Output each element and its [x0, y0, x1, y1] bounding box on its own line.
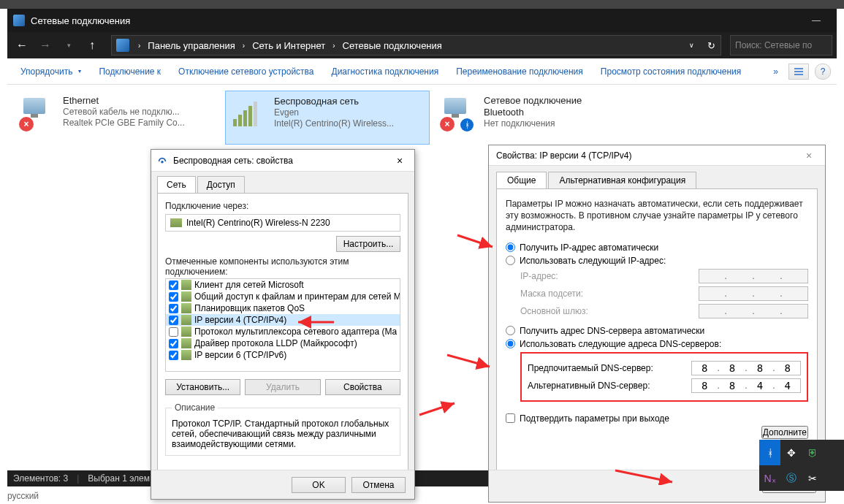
- dialog2-titlebar[interactable]: Свойства: IP версии 4 (TCP/IPv4) ×: [489, 145, 825, 166]
- diagnose-button[interactable]: Диагностика подключения: [324, 62, 446, 81]
- conn-name2: Bluetooth: [484, 107, 582, 118]
- language-indicator: русский: [7, 491, 39, 501]
- tray-icon[interactable]: ✂: [802, 465, 823, 491]
- component-item[interactable]: IP версии 6 (TCP/IPv6): [166, 349, 400, 361]
- search-input[interactable]: Поиск: Сетевые по: [730, 35, 832, 56]
- description-text: Протокол TCP/IP. Стандартный протокол гл…: [172, 419, 389, 449]
- connect-to-button[interactable]: Подключение к: [91, 62, 168, 81]
- component-checkbox[interactable]: [169, 280, 178, 290]
- component-item[interactable]: Клиент для сетей Microsoft: [166, 279, 400, 291]
- component-label: Общий доступ к файлам и принтерам для се…: [194, 291, 400, 302]
- alt-dns-field: Альтернативный DNS-сервер: 8. 8. 4. 4: [528, 378, 801, 393]
- view-status-button[interactable]: Просмотр состояния подключения: [593, 62, 748, 81]
- breadcrumb[interactable]: › Панель управления › Сеть и Интернет › …: [111, 35, 721, 56]
- tabs: Сеть Доступ: [151, 172, 414, 193]
- radio-auto-dns-input[interactable]: [506, 326, 515, 335]
- up-button[interactable]: ↑: [82, 35, 102, 56]
- tray-skype-icon[interactable]: Ⓢ: [780, 465, 802, 491]
- radio-auto-dns[interactable]: Получить адрес DNS-сервера автоматически: [506, 326, 808, 336]
- description-label: Описание: [172, 402, 218, 413]
- properties-button[interactable]: Свойства: [325, 379, 400, 395]
- status-selected: Выбран 1 элем: [88, 473, 150, 484]
- tab-access[interactable]: Доступ: [197, 176, 245, 193]
- component-label: IP версии 6 (TCP/IPv6): [194, 350, 286, 360]
- minimize-button[interactable]: —: [802, 9, 831, 32]
- radio-use-ip-input[interactable]: [506, 256, 515, 265]
- conn-name: Ethernet: [63, 95, 185, 106]
- disable-device-button[interactable]: Отключение сетевого устройства: [171, 62, 321, 81]
- subnet-mask-field: Маска подсети: ...: [520, 286, 808, 301]
- tab-alt[interactable]: Альтернативная конфигурация: [548, 172, 696, 188]
- adapter-icon: [170, 218, 182, 227]
- connection-wireless[interactable]: Беспроводная сеть Evgen Intel(R) Centrin…: [225, 91, 430, 145]
- connection-ethernet[interactable]: × Ethernet Сетевой кабель не подклю... R…: [15, 91, 219, 145]
- rename-button[interactable]: Переименование подключения: [449, 62, 590, 81]
- configure-button[interactable]: Настроить...: [336, 236, 400, 252]
- connection-bluetooth[interactable]: ×ᚼ Сетевое подключение Bluetooth Нет под…: [436, 91, 640, 145]
- conn-name: Сетевое подключение: [484, 95, 582, 106]
- confirm-on-exit-checkbox[interactable]: [506, 413, 515, 423]
- component-icon: [181, 338, 191, 348]
- tray-icon[interactable]: [823, 465, 844, 491]
- tray-app-icon[interactable]: ✥: [780, 440, 802, 465]
- radio-auto-ip[interactable]: Получить IP-адрес автоматически: [506, 243, 808, 253]
- component-icon: [181, 315, 191, 325]
- component-label: Клиент для сетей Microsoft: [194, 280, 304, 290]
- close-button[interactable]: ×: [800, 150, 818, 161]
- component-checkbox[interactable]: [169, 316, 178, 325]
- radio-use-ip[interactable]: Использовать следующий IP-адрес:: [506, 256, 808, 266]
- preferred-dns-input[interactable]: 8. 8. 8. 8: [691, 361, 801, 375]
- forward-button[interactable]: →: [35, 35, 56, 56]
- breadcrumb-leaf[interactable]: Сетевые подключения: [340, 40, 445, 51]
- components-list[interactable]: Клиент для сетей MicrosoftОбщий доступ к…: [165, 278, 400, 372]
- dialog-titlebar[interactable]: Беспроводная сеть: свойства ×: [151, 150, 414, 172]
- close-button[interactable]: ×: [391, 155, 408, 167]
- component-checkbox[interactable]: [169, 351, 178, 360]
- radio-use-dns[interactable]: Использовать следующие адреса DNS-сервер…: [506, 339, 808, 349]
- component-item[interactable]: Общий доступ к файлам и принтерам для се…: [166, 291, 400, 302]
- ip-address-field: IP-адрес: ...: [520, 269, 808, 283]
- radio-use-dns-input[interactable]: [506, 339, 515, 348]
- ok-button[interactable]: OK: [292, 477, 346, 493]
- window-titlebar: Сетевые подключения —: [7, 9, 837, 32]
- nav-bar: ← → ▾ ↑ › Панель управления › Сеть и Инт…: [7, 32, 837, 58]
- wireless-icon: [157, 155, 167, 167]
- tab-network[interactable]: Сеть: [157, 176, 196, 193]
- conn-device: Intel(R) Centrino(R) Wireless...: [274, 118, 394, 129]
- wireless-properties-dialog: Беспроводная сеть: свойства × Сеть Досту…: [151, 149, 415, 500]
- back-button[interactable]: ←: [12, 35, 32, 56]
- cancel-button[interactable]: Отмена: [351, 477, 406, 493]
- breadcrumb-mid[interactable]: Сеть и Интернет: [249, 40, 328, 51]
- breadcrumb-root[interactable]: Панель управления: [145, 40, 237, 51]
- tray-bluetooth-icon[interactable]: ᚼ: [759, 440, 780, 465]
- help-button[interactable]: ?: [815, 64, 831, 80]
- component-checkbox[interactable]: [169, 327, 178, 337]
- change-view-button[interactable]: [788, 64, 809, 80]
- control-panel-icon: [116, 39, 129, 52]
- tray-defender-icon[interactable]: ⛨: [802, 440, 823, 465]
- install-button[interactable]: Установить...: [165, 379, 240, 395]
- system-tray-flyout: ᚼ ✥ ⛨ Nₓ Ⓢ ✂: [759, 440, 844, 491]
- organize-menu[interactable]: Упорядочить: [13, 62, 88, 81]
- component-item[interactable]: Драйвер протокола LLDP (Майкрософт): [166, 337, 400, 349]
- search-placeholder: Поиск: Сетевые по: [735, 40, 812, 50]
- component-checkbox[interactable]: [169, 292, 178, 302]
- adapter-name: Intel(R) Centrino(R) Wireless-N 2230: [186, 218, 330, 228]
- component-item[interactable]: Планировщик пакетов QoS: [166, 302, 400, 314]
- radio-auto-ip-input[interactable]: [506, 243, 515, 252]
- preferred-dns-field: Предпочитаемый DNS-сервер: 8. 8. 8. 8: [528, 361, 801, 375]
- component-checkbox[interactable]: [169, 339, 178, 348]
- confirm-on-exit[interactable]: Подтвердить параметры при выходе: [506, 413, 808, 424]
- advanced-button[interactable]: Дополните: [761, 426, 808, 439]
- alt-dns-input[interactable]: 8. 8. 4. 4: [691, 378, 801, 393]
- tray-onenote-icon[interactable]: Nₓ: [759, 465, 780, 491]
- tray-icon[interactable]: [823, 440, 844, 465]
- recent-dropdown[interactable]: ▾: [58, 35, 79, 56]
- component-icon: [181, 327, 191, 337]
- component-item[interactable]: IP версии 4 (TCP/IPv4): [166, 314, 400, 326]
- component-checkbox[interactable]: [169, 304, 178, 313]
- overflow-button[interactable]: »: [769, 66, 783, 77]
- component-item[interactable]: Протокол мультиплексора сетевого адаптер…: [166, 326, 400, 337]
- bluetooth-conn-icon: ×ᚼ: [440, 95, 476, 131]
- tab-general[interactable]: Общие: [496, 172, 547, 188]
